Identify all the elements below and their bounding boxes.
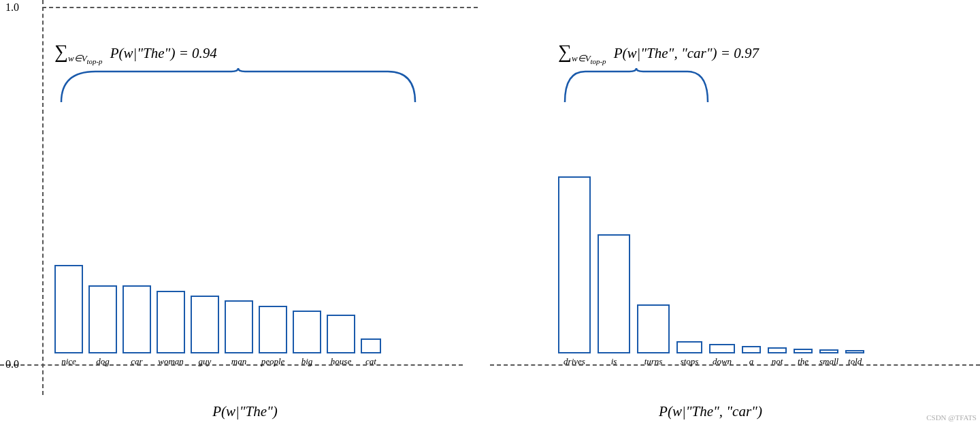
bar-turns-rect bbox=[637, 304, 670, 353]
bar-cat-label: cat bbox=[365, 356, 376, 367]
bar-house: house bbox=[327, 315, 355, 367]
bar-small: small bbox=[819, 349, 838, 367]
bar-car-label: car bbox=[131, 356, 142, 367]
bar-big-rect bbox=[293, 311, 321, 353]
bar-nice-rect bbox=[54, 265, 83, 353]
bar-not: not bbox=[768, 347, 787, 367]
left-top-line bbox=[42, 7, 478, 8]
bar-down-label: down bbox=[713, 356, 732, 367]
right-equation: ∑w∈Vtop-p P(w|"The", "car") = 0.97 bbox=[558, 41, 759, 65]
bar-not-rect bbox=[768, 347, 787, 353]
main-container: 1.0 0.0 ∑w∈Vtop-p P(w|"The") = 0.94 nice… bbox=[0, 0, 980, 427]
right-chart: ∑w∈Vtop-p P(w|"The", "car") = 0.97 drive… bbox=[490, 0, 980, 427]
bar-guy-rect bbox=[191, 296, 219, 353]
bar-nice: nice bbox=[54, 265, 83, 367]
left-equation: ∑w∈Vtop-p P(w|"The") = 0.94 bbox=[54, 41, 217, 65]
bar-man-rect bbox=[225, 300, 253, 353]
watermark: CSDN @TFATS bbox=[926, 413, 977, 422]
bar-dog: dog bbox=[88, 285, 117, 367]
bar-told-label: told bbox=[848, 356, 862, 367]
bar-not-label: not bbox=[772, 356, 783, 367]
bar-woman-label: woman bbox=[158, 356, 184, 367]
bar-dog-label: dog bbox=[96, 356, 110, 367]
bar-guy-label: guy bbox=[199, 356, 212, 367]
bar-a-label: a bbox=[749, 356, 754, 367]
bar-small-rect bbox=[819, 349, 838, 353]
left-bars-area: nice dog car woman guy bbox=[54, 265, 381, 367]
bar-house-rect bbox=[327, 315, 355, 353]
bar-house-label: house bbox=[331, 356, 351, 367]
bar-car: car bbox=[122, 285, 151, 367]
y-label-top-left: 1.0 bbox=[5, 1, 19, 14]
left-x-axis-label: P(w|"The") bbox=[212, 403, 278, 420]
bar-dog-rect bbox=[88, 285, 117, 353]
bar-nice-label: nice bbox=[61, 356, 76, 367]
bar-big-label: big bbox=[301, 356, 313, 367]
bar-a-rect bbox=[742, 346, 761, 353]
bar-cat-rect bbox=[361, 338, 381, 353]
right-brace bbox=[558, 65, 715, 106]
bar-told: told bbox=[845, 350, 864, 367]
bar-man: man bbox=[225, 300, 253, 367]
bar-people-rect bbox=[259, 306, 287, 353]
bar-drives-label: drives bbox=[564, 356, 585, 367]
bar-down-rect bbox=[709, 344, 735, 353]
bar-the-rect bbox=[794, 349, 813, 353]
bar-a: a bbox=[742, 346, 761, 367]
y-label-bottom-left: 0.0 bbox=[5, 358, 19, 370]
bar-car-rect bbox=[122, 285, 151, 353]
left-chart: 1.0 0.0 ∑w∈Vtop-p P(w|"The") = 0.94 nice… bbox=[0, 0, 490, 427]
bar-is-rect bbox=[598, 234, 630, 353]
bar-turns-label: turns bbox=[644, 356, 663, 367]
bar-woman: woman bbox=[157, 291, 185, 367]
bar-people-label: people bbox=[261, 356, 285, 367]
left-y-axis bbox=[42, 0, 44, 395]
left-brace bbox=[54, 65, 422, 106]
bar-is-label: is bbox=[611, 356, 617, 367]
bar-drives: drives bbox=[558, 176, 591, 367]
bar-the-label: the bbox=[798, 356, 808, 367]
bar-man-label: man bbox=[231, 356, 246, 367]
bar-stops-label: stops bbox=[681, 356, 699, 367]
bar-cat: cat bbox=[361, 338, 381, 367]
bar-stops-rect bbox=[676, 341, 702, 353]
bar-small-label: small bbox=[819, 356, 838, 367]
bar-stops: stops bbox=[676, 341, 702, 367]
bar-big: big bbox=[293, 311, 321, 367]
bar-people: people bbox=[259, 306, 287, 367]
bar-turns: turns bbox=[637, 304, 670, 367]
bar-is: is bbox=[598, 234, 630, 367]
bar-the: the bbox=[794, 349, 813, 367]
bar-down: down bbox=[709, 344, 735, 367]
bar-drives-rect bbox=[558, 176, 591, 353]
right-x-axis-label: P(w|"The", "car") bbox=[659, 403, 762, 420]
bar-woman-rect bbox=[157, 291, 185, 353]
bar-told-rect bbox=[845, 350, 864, 353]
right-bars-area: drives is turns stops down bbox=[558, 176, 864, 367]
bar-guy: guy bbox=[191, 296, 219, 367]
